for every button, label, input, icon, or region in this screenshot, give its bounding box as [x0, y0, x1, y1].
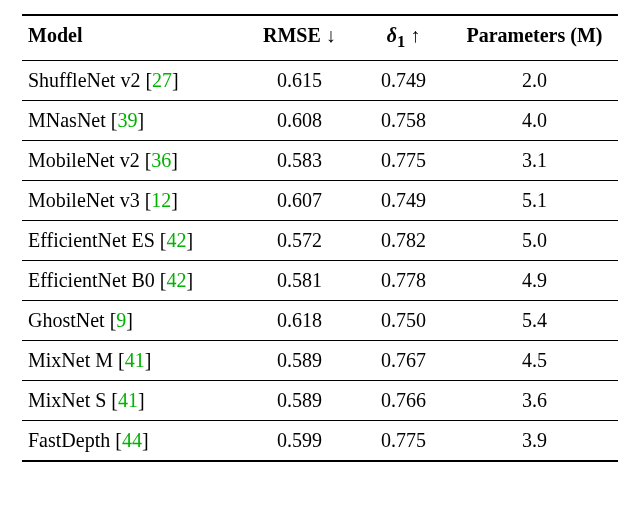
cell-params: 4.9: [451, 261, 618, 301]
cell-params: 5.1: [451, 181, 618, 221]
table-row: MixNet M [41]0.5890.7674.5: [22, 341, 618, 381]
cell-rmse: 0.572: [243, 221, 357, 261]
table-row: MixNet S [41]0.5890.7663.6: [22, 381, 618, 421]
model-name: MobileNet v3: [28, 189, 140, 211]
cell-delta: 0.782: [356, 221, 451, 261]
citation-link[interactable]: 44: [122, 429, 142, 451]
table-row: EfficientNet B0 [42]0.5810.7784.9: [22, 261, 618, 301]
cell-rmse: 0.608: [243, 101, 357, 141]
header-model: Model: [22, 15, 243, 61]
cell-model: FastDepth [44]: [22, 421, 243, 462]
results-table: Model RMSE ↓ δ1 ↑ Parameters (M) Shuffle…: [22, 14, 618, 462]
cell-rmse: 0.581: [243, 261, 357, 301]
cell-delta: 0.766: [356, 381, 451, 421]
header-rmse-text: RMSE: [263, 24, 321, 46]
citation-link[interactable]: 41: [125, 349, 145, 371]
citation-link[interactable]: 27: [152, 69, 172, 91]
table-row: MobileNet v3 [12]0.6070.7495.1: [22, 181, 618, 221]
header-delta-sub: 1: [397, 32, 405, 51]
cell-delta: 0.749: [356, 61, 451, 101]
model-name: MixNet M: [28, 349, 113, 371]
cell-rmse: 0.589: [243, 381, 357, 421]
cell-delta: 0.778: [356, 261, 451, 301]
cell-model: EfficientNet B0 [42]: [22, 261, 243, 301]
table-row: EfficientNet ES [42]0.5720.7825.0: [22, 221, 618, 261]
cell-model: MobileNet v2 [36]: [22, 141, 243, 181]
cell-delta: 0.767: [356, 341, 451, 381]
cell-rmse: 0.583: [243, 141, 357, 181]
cell-params: 3.1: [451, 141, 618, 181]
cell-model: MNasNet [39]: [22, 101, 243, 141]
cell-params: 3.9: [451, 421, 618, 462]
model-name: GhostNet: [28, 309, 105, 331]
citation-link[interactable]: 41: [118, 389, 138, 411]
cell-delta: 0.750: [356, 301, 451, 341]
cell-params: 4.0: [451, 101, 618, 141]
table-row: ShuffleNet v2 [27]0.6150.7492.0: [22, 61, 618, 101]
model-name: ShuffleNet v2: [28, 69, 140, 91]
citation-link[interactable]: 42: [167, 269, 187, 291]
table-row: MNasNet [39]0.6080.7584.0: [22, 101, 618, 141]
header-delta-symbol: δ: [387, 24, 397, 46]
cell-delta: 0.749: [356, 181, 451, 221]
results-table-container: Model RMSE ↓ δ1 ↑ Parameters (M) Shuffle…: [0, 0, 640, 472]
cell-params: 5.0: [451, 221, 618, 261]
citation-link[interactable]: 39: [117, 109, 137, 131]
cell-params: 3.6: [451, 381, 618, 421]
up-arrow-icon: ↑: [410, 24, 420, 46]
cell-rmse: 0.615: [243, 61, 357, 101]
header-rmse: RMSE ↓: [243, 15, 357, 61]
table-body: ShuffleNet v2 [27]0.6150.7492.0MNasNet […: [22, 61, 618, 462]
cell-delta: 0.775: [356, 421, 451, 462]
header-delta: δ1 ↑: [356, 15, 451, 61]
cell-params: 5.4: [451, 301, 618, 341]
cell-rmse: 0.589: [243, 341, 357, 381]
cell-model: EfficientNet ES [42]: [22, 221, 243, 261]
down-arrow-icon: ↓: [326, 24, 336, 46]
model-name: EfficientNet B0: [28, 269, 155, 291]
model-name: MobileNet v2: [28, 149, 140, 171]
model-name: FastDepth: [28, 429, 110, 451]
cell-params: 4.5: [451, 341, 618, 381]
cell-model: ShuffleNet v2 [27]: [22, 61, 243, 101]
cell-rmse: 0.599: [243, 421, 357, 462]
model-name: MixNet S: [28, 389, 106, 411]
table-row: GhostNet [9]0.6180.7505.4: [22, 301, 618, 341]
model-name: MNasNet: [28, 109, 106, 131]
cell-rmse: 0.618: [243, 301, 357, 341]
cell-model: MixNet M [41]: [22, 341, 243, 381]
citation-link[interactable]: 42: [167, 229, 187, 251]
cell-delta: 0.775: [356, 141, 451, 181]
citation-link[interactable]: 36: [151, 149, 171, 171]
cell-model: MixNet S [41]: [22, 381, 243, 421]
table-row: MobileNet v2 [36]0.5830.7753.1: [22, 141, 618, 181]
citation-link[interactable]: 9: [116, 309, 126, 331]
cell-params: 2.0: [451, 61, 618, 101]
cell-delta: 0.758: [356, 101, 451, 141]
header-params: Parameters (M): [451, 15, 618, 61]
citation-link[interactable]: 12: [151, 189, 171, 211]
cell-model: GhostNet [9]: [22, 301, 243, 341]
table-row: FastDepth [44]0.5990.7753.9: [22, 421, 618, 462]
model-name: EfficientNet ES: [28, 229, 155, 251]
cell-model: MobileNet v3 [12]: [22, 181, 243, 221]
cell-rmse: 0.607: [243, 181, 357, 221]
